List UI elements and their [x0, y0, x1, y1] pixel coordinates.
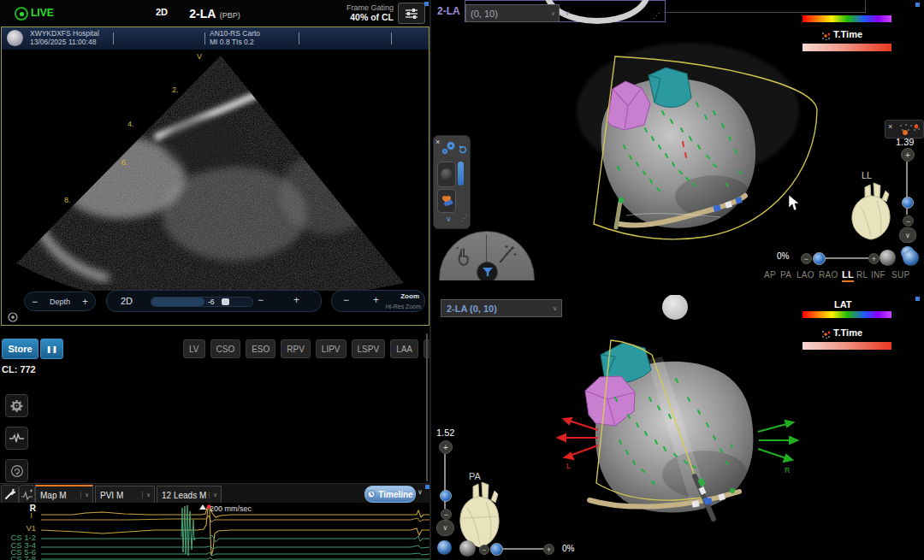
frame-gating-value: 40% of CL [330, 12, 394, 22]
orientation-button-ll[interactable]: LL [842, 269, 854, 282]
map-points-icon[interactable] [897, 122, 921, 136]
sweep-speed-label: 200 mm/sec [210, 504, 252, 513]
zoom-out-button[interactable]: − [903, 215, 914, 227]
signal-review-button[interactable] [5, 427, 28, 450]
orientation-button-rl[interactable]: RL [856, 270, 868, 280]
orientation-button-rao[interactable]: RAO [819, 270, 838, 280]
image-settings-button[interactable] [398, 3, 425, 24]
orientation-button-lao[interactable]: LAO [797, 270, 814, 280]
opacity-slider[interactable] [458, 162, 464, 186]
pause-button[interactable]: ❚❚ [40, 339, 63, 359]
orientation-button-pa[interactable]: PA [780, 270, 791, 280]
transparency-plus[interactable]: + [543, 544, 554, 555]
transparency-knob[interactable] [813, 252, 826, 265]
orientation-button-sup[interactable]: SUP [891, 270, 909, 280]
add-waveform-icon [21, 489, 33, 500]
orientation-button-ap[interactable]: AP [764, 270, 776, 280]
wand-tool-icon[interactable] [495, 243, 518, 265]
heart-orientation-model[interactable] [456, 480, 504, 548]
gain-plus-button[interactable]: + [293, 295, 299, 305]
dial-ball[interactable] [662, 295, 688, 320]
zoom-in-button[interactable]: + [901, 148, 915, 162]
zoom-minus-button[interactable]: − [343, 295, 349, 305]
projection-dropdown-value: (0, 10) [466, 9, 551, 19]
gain-slider-knob[interactable] [222, 298, 229, 305]
anatomy-button-lv[interactable]: LV [183, 339, 205, 358]
transparency-minus[interactable]: − [801, 253, 812, 264]
points-panel: × [885, 120, 924, 139]
gain-slider[interactable]: -6 [151, 297, 253, 307]
panel-edge-line [664, 12, 866, 13]
close-icon[interactable]: × [435, 138, 440, 146]
shading-sphere-icon[interactable] [880, 250, 896, 266]
minus-glyph: − [483, 546, 487, 554]
anatomy-button-laa[interactable]: LAA [390, 339, 418, 358]
ultrasound-panel: XWYKDXFS Hospital 13/06/2025 11:00:48 AN… [1, 27, 429, 326]
pointer-tool-button[interactable] [1, 485, 19, 504]
header-separator [391, 32, 392, 44]
depth-marker: 8. [64, 196, 71, 204]
transparency-knob[interactable] [490, 543, 503, 556]
transparency-track[interactable] [502, 548, 543, 550]
header-chevron[interactable]: ∨ [565, 9, 570, 17]
globe-button[interactable] [437, 540, 452, 555]
depth-plus-button[interactable]: + [82, 297, 88, 307]
zoom-slider-knob[interactable] [440, 490, 452, 502]
anatomy-button-cso[interactable]: CSO [210, 339, 241, 358]
sphere-view-button[interactable] [437, 162, 456, 187]
anatomy-button-eso[interactable]: ESO [246, 339, 275, 358]
gain-value: -6 [208, 298, 215, 306]
resize-grip[interactable]: ⋰ [653, 12, 660, 20]
view-expand-button[interactable]: ∨ [899, 227, 916, 243]
add-signal-button[interactable] [19, 485, 35, 504]
resize-grip[interactable]: ⋰ [460, 215, 468, 222]
close-icon[interactable]: × [888, 122, 892, 131]
zoom-slider-knob[interactable] [902, 197, 914, 209]
ultrasound-image[interactable]: V 2. 4. 6. 8. [2, 50, 429, 291]
chevron-down-icon: ∨ [443, 524, 448, 532]
panel-scrollbar[interactable] [426, 333, 428, 481]
view-expand-button[interactable]: ∨ [436, 520, 454, 536]
projection-dropdown[interactable]: (0, 10) ∨ [465, 4, 560, 22]
store-button[interactable]: Store [2, 339, 38, 359]
undo-icon[interactable] [458, 144, 468, 155]
ecg-trace-area[interactable]: R I V1 CS 1-2 CS 3-4 CS 5-6 CS 7-8 200 m… [0, 503, 429, 560]
zoom-in-button[interactable]: + [439, 440, 453, 454]
gain-minus-button[interactable]: − [258, 295, 264, 305]
leads-dropdown[interactable]: 12 Leads M ∨ [157, 486, 222, 504]
eye-icon[interactable] [7, 312, 19, 322]
interaction-dial[interactable] [439, 231, 535, 280]
hand-tool-icon[interactable] [454, 245, 473, 267]
map-signal-dropdown[interactable]: Map M ∨ [35, 485, 93, 504]
palette-chevron[interactable]: ∨ [446, 215, 452, 223]
zoom-out-button[interactable]: − [441, 509, 452, 520]
eraser-tool-button[interactable] [437, 189, 456, 213]
zoom-plus-button[interactable]: + [373, 295, 379, 305]
settings-gear-button[interactable] [5, 394, 28, 417]
anatomy-button-lspv[interactable]: LSPV [352, 339, 386, 358]
globe-sphere-icon[interactable] [903, 250, 919, 266]
heart-orientation-model[interactable] [848, 180, 896, 240]
transparency-minus[interactable]: − [479, 545, 489, 555]
anatomy-button-rpv[interactable]: RPV [281, 339, 311, 358]
ecg-toolbar: Map M ∨ PVI M ∨ 12 Leads M ∨ Timeline ∨ [0, 483, 429, 504]
orientation-button-inf[interactable]: INF [871, 270, 886, 280]
anatomy-button-lipv[interactable]: LIPV [316, 339, 346, 358]
map-selector-dropdown[interactable]: 2-LA (0, 10) ∨ [441, 299, 562, 317]
depth-minus-button[interactable]: − [32, 297, 38, 307]
map-view-bottom[interactable]: 2-LA (0, 10) ∨ LAT T.Time 1.52 + − ∨ PA … [431, 295, 924, 560]
ttime-colorbar-bottom [803, 342, 891, 350]
store-button-label: Store [8, 344, 32, 354]
map-view-top[interactable]: 2-LA (0, 10) ∨ ∨ ⋰ T.Time × [431, 0, 924, 294]
gear-icon [10, 399, 23, 412]
leads-dropdown-value: 12 Leads M [157, 491, 209, 500]
filter-funnel-button[interactable] [477, 262, 498, 280]
replay-button[interactable] [5, 459, 28, 482]
timeline-chevron[interactable]: ∨ [418, 488, 423, 496]
timeline-button[interactable]: Timeline [364, 486, 416, 503]
hospital-name: XWYKDXFS Hospital [30, 29, 99, 38]
pvi-signal-dropdown[interactable]: PVI M ∨ [95, 486, 155, 504]
transparency-plus[interactable]: + [868, 253, 880, 264]
exam-datetime: 13/06/2025 11:00:48 [30, 38, 99, 46]
shading-sphere-icon[interactable] [459, 540, 476, 557]
